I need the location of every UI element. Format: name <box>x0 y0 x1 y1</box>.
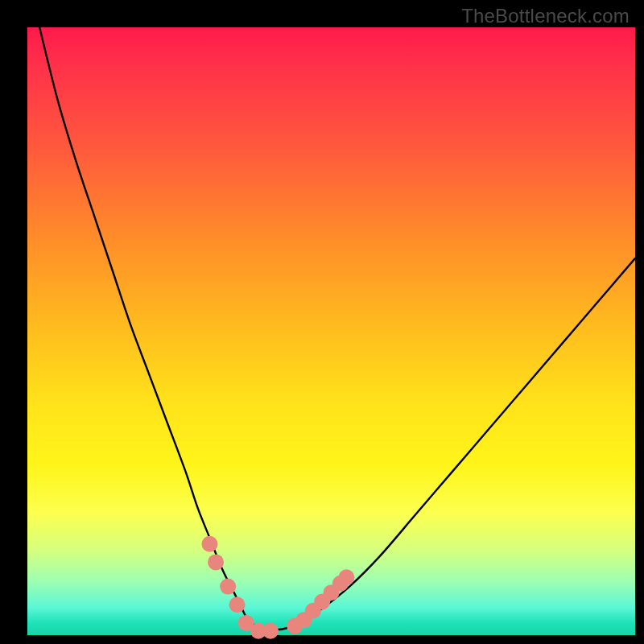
curve-markers <box>202 536 355 639</box>
curve-marker <box>262 623 279 639</box>
bottleneck-curve <box>39 27 635 630</box>
curve-marker <box>202 536 218 552</box>
curve-marker <box>229 597 245 613</box>
curve-marker <box>220 579 236 595</box>
chart-frame: TheBottleneck.com <box>0 0 644 644</box>
curve-marker <box>338 569 354 585</box>
curve-marker <box>208 554 224 570</box>
curve-svg <box>27 27 635 635</box>
plot-area <box>27 27 635 635</box>
watermark-text: TheBottleneck.com <box>461 5 630 27</box>
